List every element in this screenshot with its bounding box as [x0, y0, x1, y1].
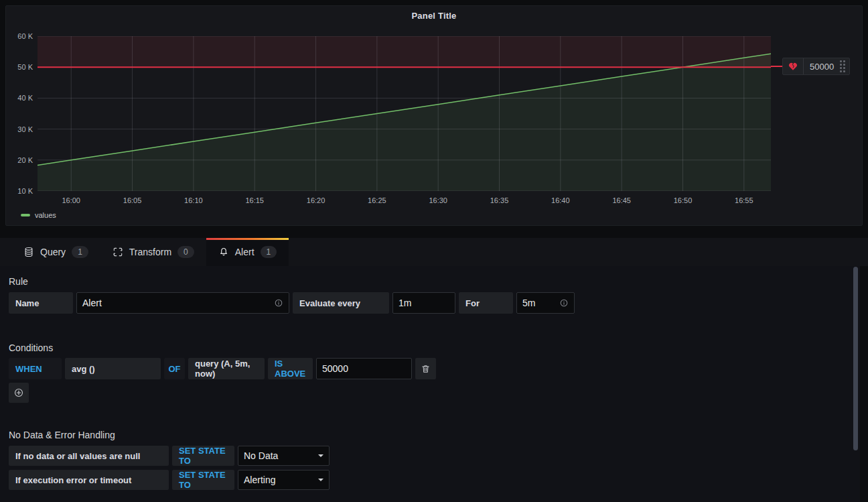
evaluate-every-input[interactable]: 1m: [392, 292, 455, 314]
for-label: For: [459, 292, 513, 314]
drag-handle-icon[interactable]: [840, 58, 849, 74]
y-axis-label: 20 K: [6, 156, 33, 164]
tab-alert[interactable]: Alert 1: [206, 238, 289, 266]
condition-threshold-input[interactable]: 50000: [316, 358, 412, 379]
nodata-section-header: No Data & Error Handling: [9, 430, 860, 440]
threshold-value-label: 50000: [804, 58, 840, 74]
for-input[interactable]: 5m: [516, 292, 575, 314]
nodata-set-state-segment[interactable]: SET STATE TO: [172, 446, 234, 466]
x-axis-label: 16:10: [175, 196, 212, 204]
threshold-connector-line: [771, 66, 782, 67]
chart-area: 10 K20 K30 K40 K50 K60 K16:0016:0516:101…: [6, 6, 862, 225]
bell-icon: [218, 247, 229, 257]
timeseries-chart: [38, 36, 771, 191]
y-axis-label: 60 K: [6, 32, 33, 40]
legend-color-dash: [21, 214, 30, 216]
error-row: If execution error or timeout SET STATE …: [9, 470, 860, 490]
rule-section-header: Rule: [9, 276, 860, 287]
x-axis-label: 16:55: [725, 196, 763, 204]
x-axis-label: 16:45: [603, 196, 640, 204]
nodata-row: If no data or all values are null SET ST…: [9, 446, 860, 466]
condition-aggregation-segment[interactable]: avg (): [65, 358, 161, 379]
x-axis-label: 16:50: [664, 196, 701, 204]
tab-transform-count: 0: [177, 246, 194, 258]
evaluate-every-label: Evaluate every: [293, 292, 389, 314]
heart-break-icon: [783, 58, 804, 74]
y-axis-label: 30 K: [6, 125, 33, 133]
tab-query[interactable]: Query 1: [11, 238, 100, 266]
tab-transform-label: Transform: [129, 247, 171, 257]
x-axis-label: 16:30: [419, 196, 457, 204]
error-state-select[interactable]: Alerting: [238, 470, 330, 490]
nodata-state-select[interactable]: No Data: [238, 446, 330, 466]
legend-item-values[interactable]: values: [21, 211, 56, 219]
y-axis-label: 10 K: [6, 187, 33, 195]
condition-of-segment[interactable]: OF: [164, 358, 185, 379]
error-condition-label: If execution error or timeout: [9, 470, 169, 490]
x-axis-label: 16:20: [297, 196, 335, 204]
vertical-scrollbar[interactable]: [853, 267, 858, 450]
tab-alert-count: 1: [261, 246, 277, 258]
x-axis-label: 16:25: [358, 196, 396, 204]
timeseries-panel: Panel Title 10 K20 K30 K40 K50 K60 K16:0…: [5, 5, 863, 226]
condition-evaluator-segment[interactable]: IS ABOVE: [268, 358, 313, 379]
nodata-condition-label: If no data or all values are null: [9, 446, 169, 466]
condition-query-segment[interactable]: query (A, 5m, now): [188, 358, 265, 379]
tab-transform[interactable]: Transform 0: [100, 238, 206, 266]
name-label: Name: [9, 292, 73, 314]
info-icon: [274, 298, 283, 308]
x-axis-label: 16:05: [114, 196, 151, 204]
alert-tab-content: Rule Name Alert Evaluate every 1m For 5m…: [0, 266, 860, 502]
tab-alert-label: Alert: [235, 247, 255, 257]
database-icon: [23, 247, 34, 257]
error-set-state-segment[interactable]: SET STATE TO: [172, 470, 234, 490]
rule-name-input[interactable]: Alert: [76, 292, 289, 314]
condition-when-segment[interactable]: WHEN: [9, 358, 62, 379]
trash-icon: [421, 364, 431, 374]
caret-down-icon: [318, 454, 323, 457]
threshold-badge[interactable]: 50000: [782, 58, 850, 75]
x-axis-label: 16:00: [52, 196, 90, 204]
tab-query-count: 1: [72, 246, 88, 258]
circle-plus-icon: [13, 387, 24, 398]
x-axis-label: 16:35: [481, 196, 518, 204]
conditions-section-header: Conditions: [9, 342, 860, 353]
legend-label: values: [35, 211, 56, 219]
y-axis-label: 40 K: [6, 94, 33, 102]
condition-row: WHEN avg () OF query (A, 5m, now) IS ABO…: [9, 358, 860, 379]
x-axis-label: 16:15: [236, 196, 273, 204]
info-icon: [559, 298, 569, 308]
editor-tab-bar: Query 1 Transform 0 Alert 1: [0, 238, 868, 266]
rule-row: Name Alert Evaluate every 1m For 5m: [9, 292, 860, 314]
add-condition-button[interactable]: [9, 383, 29, 403]
x-axis-label: 16:40: [542, 196, 579, 204]
tab-query-label: Query: [40, 247, 66, 257]
process-icon: [113, 247, 123, 257]
caret-down-icon: [318, 479, 323, 481]
delete-condition-button[interactable]: [415, 358, 436, 379]
y-axis-label: 50 K: [6, 63, 33, 71]
